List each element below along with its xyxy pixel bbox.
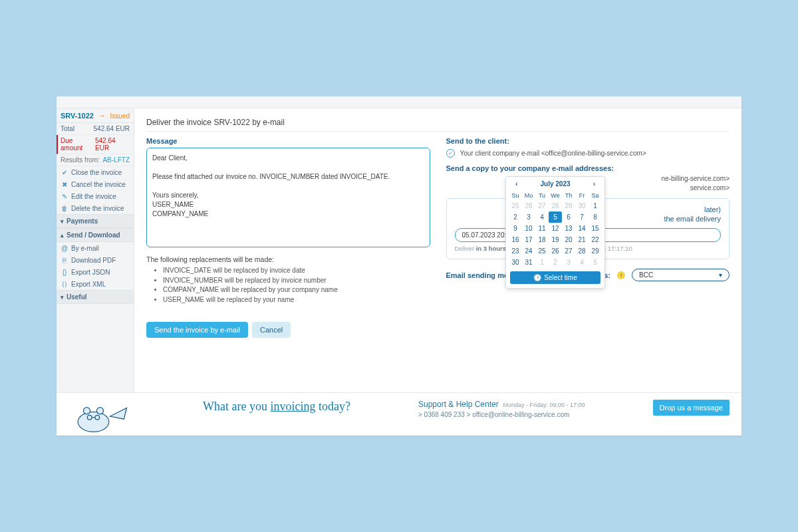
calendar-day[interactable]: 1 — [589, 200, 602, 211]
support-phone[interactable]: 0368 409 233 — [424, 411, 465, 418]
calendar-day[interactable]: 10 — [522, 223, 535, 234]
export-xml[interactable]: ⟨⟩Export XML — [57, 278, 134, 290]
replacement-item: COMPANY_NAME will be replaced by your co… — [163, 285, 430, 295]
calendar-day[interactable]: 5 — [589, 257, 602, 268]
calendar-day[interactable]: 6 — [562, 211, 575, 223]
calendar-day[interactable]: 15 — [589, 223, 602, 234]
chevron-down-icon: ▾ — [61, 294, 64, 301]
calendar-month: July 2023 — [540, 180, 570, 188]
calendar-day[interactable]: 3 — [522, 211, 535, 223]
copies-label: Send a copy to your company e-mail addre… — [446, 164, 730, 172]
calendar-day[interactable]: 25 — [509, 200, 522, 211]
arrow-icon: → — [98, 111, 106, 120]
calendar-day[interactable]: 31 — [522, 257, 535, 268]
calendar-day[interactable]: 14 — [575, 223, 589, 234]
calendar-day[interactable]: 20 — [562, 234, 575, 245]
calendar-day[interactable]: 23 — [509, 245, 522, 257]
calendar-day[interactable]: 3 — [562, 257, 575, 268]
calendar-day[interactable]: 27 — [535, 200, 549, 211]
calendar-day[interactable]: 19 — [549, 234, 562, 245]
calendar-day[interactable]: 11 — [535, 223, 549, 234]
content: Deliver the invoice SRV-1022 by e-mail M… — [134, 108, 741, 392]
replacement-item: INVOICE_DATE will be replaced by invoice… — [163, 266, 430, 276]
replacements-list: INVOICE_DATE will be replaced by invoice… — [146, 266, 430, 305]
send-by-email[interactable]: @By e-mail — [57, 242, 134, 254]
invoice-id: SRV-1022 — [61, 112, 94, 120]
footer: What are you invoicing today? Support & … — [57, 392, 741, 436]
calendar-day[interactable]: 2 — [549, 257, 562, 268]
calendar-day[interactable]: 25 — [535, 245, 549, 257]
send-invoice-button[interactable]: Send the invoice by e-mail — [146, 322, 248, 338]
pdf-icon: ⎘ — [61, 256, 68, 264]
calendar-day[interactable]: 17 — [522, 234, 535, 245]
action-delete-invoice[interactable]: 🗑Delete the invoice — [57, 202, 134, 214]
message-textarea[interactable] — [146, 148, 430, 247]
calendar-day[interactable]: 26 — [549, 245, 562, 257]
send-to-label: Send to the client: — [446, 137, 730, 145]
download-pdf[interactable]: ⎘Download PDF — [57, 254, 134, 266]
section-send-download[interactable]: ▴Send / Download — [57, 228, 134, 242]
action-cancel-invoice[interactable]: ✖Cancel the invoice — [57, 178, 134, 190]
calendar-day[interactable]: 29 — [562, 200, 575, 211]
send-to-client[interactable]: ✓ Your client company e-mail <office@onl… — [446, 149, 730, 158]
action-close-invoice[interactable]: ✔Close the invoice — [57, 166, 134, 178]
replacement-item: INVOICE_NUMBER will be replaced by invoi… — [163, 276, 430, 286]
page-title: Deliver the invoice SRV-1022 by e-mail — [146, 118, 730, 132]
section-payments[interactable]: ▾Payments — [57, 214, 134, 228]
calendar-day[interactable]: 4 — [535, 211, 549, 223]
cancel-button[interactable]: Cancel — [252, 322, 291, 338]
row-results: Results from: AB-LFTZ — [57, 154, 134, 166]
calendar-day[interactable]: 9 — [509, 223, 522, 234]
calendar-next[interactable]: › — [591, 180, 598, 188]
action-edit-invoice[interactable]: ✎Edit the invoice — [57, 190, 134, 202]
calendar-day[interactable]: 30 — [575, 200, 589, 211]
at-icon: @ — [61, 244, 68, 252]
calendar-day[interactable]: 28 — [549, 200, 562, 211]
calendar-prev[interactable]: ‹ — [513, 180, 520, 188]
sidebar: SRV-1022 → Issued Total 542.64 EUR Due a… — [57, 108, 134, 392]
clock-icon: 🕑 — [533, 274, 541, 281]
calendar-day[interactable]: 28 — [575, 245, 589, 257]
cancel-invoice-icon: ✖ — [61, 180, 68, 188]
svg-point-2 — [97, 408, 104, 414]
info-icon[interactable]: i — [617, 271, 625, 279]
calendar-day[interactable]: 16 — [509, 234, 522, 245]
edit-invoice-icon: ✎ — [61, 192, 68, 200]
calendar-day[interactable]: 8 — [589, 211, 602, 223]
drop-message-button[interactable]: Drop us a message — [653, 400, 730, 416]
calendar-day[interactable]: 4 — [575, 257, 589, 268]
select-time-button[interactable]: 🕑 Select time — [510, 271, 600, 284]
chevron-down-icon: ▾ — [719, 271, 722, 279]
calendar-day[interactable]: 24 — [522, 245, 535, 257]
svg-point-1 — [84, 408, 90, 414]
replacements-title: The following replacements will be made: — [146, 255, 430, 263]
calendar-day[interactable]: 5 — [549, 211, 562, 223]
invoice-status: Issued — [110, 112, 130, 120]
calendar-day[interactable]: 30 — [509, 257, 522, 268]
calendar-dow: SuMoTuWeThFrSa — [506, 191, 604, 200]
calendar-day[interactable]: 7 — [575, 211, 589, 223]
calendar-day[interactable]: 18 — [535, 234, 549, 245]
calendar-day[interactable]: 12 — [549, 223, 562, 234]
method-select[interactable]: BCC ▾ — [632, 269, 730, 281]
calendar-day[interactable]: 22 — [589, 234, 602, 245]
calendar-day[interactable]: 21 — [575, 234, 589, 245]
svg-point-0 — [78, 412, 109, 432]
chevron-up-icon: ▴ — [61, 232, 64, 239]
date-picker: ‹ July 2023 › SuMoTuWeThFrSa 25262728293… — [505, 176, 605, 289]
replacement-item: USER_NAME will be replaced by your name — [163, 295, 430, 305]
section-useful[interactable]: ▾Useful — [57, 290, 134, 304]
calendar-day[interactable]: 1 — [535, 257, 549, 268]
calendar-day[interactable]: 26 — [522, 200, 535, 211]
calendar-day[interactable]: 29 — [589, 245, 602, 257]
xml-icon: ⟨⟩ — [61, 280, 68, 288]
calendar-day[interactable]: 13 — [562, 223, 575, 234]
calendar-day[interactable]: 27 — [562, 245, 575, 257]
calendar-day[interactable]: 2 — [509, 211, 522, 223]
chevron-down-icon: ▾ — [61, 218, 64, 225]
close-invoice-icon: ✔ — [61, 168, 68, 176]
help-center-link[interactable]: Support & Help Center — [418, 400, 499, 409]
check-circle-icon: ✓ — [446, 149, 455, 158]
support-email[interactable]: office@online-billing-service.com — [472, 411, 569, 418]
export-json[interactable]: {}Export JSON — [57, 266, 134, 278]
